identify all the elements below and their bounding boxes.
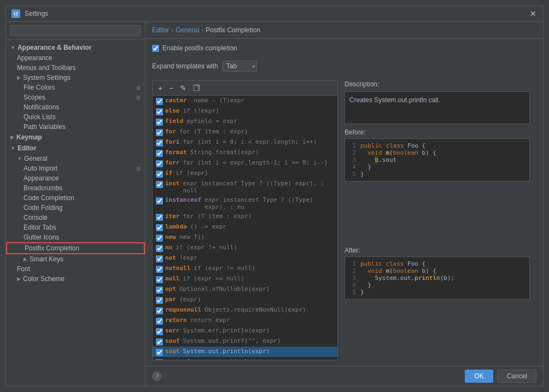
sidebar-item-notifications[interactable]: Notifications <box>6 102 145 112</box>
sidebar-item-quick-lists[interactable]: Quick Lists <box>6 112 145 122</box>
template-item-fori[interactable]: fori for (int i = 0; i < expr.length; i+… <box>153 137 337 148</box>
sidebar-item-breadcrumbs[interactable]: Breadcrumbs <box>6 183 145 193</box>
sidebar-item-scopes[interactable]: Scopes ⊞ <box>6 92 145 102</box>
template-checkbox-soutv[interactable] <box>156 359 163 360</box>
template-item-par[interactable]: par (expr) <box>153 295 337 305</box>
search-input[interactable] <box>10 25 141 36</box>
sidebar-item-smart-keys[interactable]: Smart Keys <box>6 254 145 264</box>
sidebar-item-general[interactable]: General <box>6 154 145 163</box>
template-checkbox-forr[interactable] <box>156 160 163 167</box>
template-item-format[interactable]: format String.format(expr) <box>153 148 337 158</box>
template-checkbox-lambda[interactable] <box>156 224 163 231</box>
template-item-return[interactable]: return return expr <box>153 315 337 326</box>
sidebar-item-console[interactable]: Console <box>6 213 145 223</box>
template-checkbox-souf[interactable] <box>156 338 163 346</box>
enable-label: Enable postfix completion <box>162 44 237 52</box>
template-item-inst[interactable]: inst expr instanceof Type ? ((Type) expr… <box>153 179 337 195</box>
sidebar-item-font[interactable]: Font <box>6 264 145 274</box>
template-item-forr[interactable]: forr for (int i = expr.length-1; i >= 0;… <box>153 158 337 168</box>
sidebar-item-code-folding[interactable]: Code Folding <box>6 203 145 213</box>
template-checkbox-iter[interactable] <box>156 214 163 221</box>
template-item-else[interactable]: else if (!expr) <box>153 106 337 116</box>
group-editor[interactable]: Editor <box>6 143 145 154</box>
sidebar-item-postfix-completion[interactable]: Postfix Completion <box>6 242 145 254</box>
template-checkbox-format[interactable] <box>156 150 163 157</box>
after-line-1: 1 public class Foo { <box>348 260 526 267</box>
template-checkbox-if[interactable] <box>156 171 163 178</box>
template-checkbox-instanceof[interactable] <box>156 197 163 204</box>
template-key-par: par <box>165 296 176 303</box>
sidebar-item-auto-import[interactable]: Auto Import ⊞ <box>6 163 145 173</box>
template-item-iter[interactable]: iter for (T item : expr) <box>153 212 337 222</box>
template-checkbox-inst[interactable] <box>156 181 163 188</box>
template-checkbox-return[interactable] <box>156 318 163 325</box>
template-item-notnull[interactable]: notnull if (expr != null) <box>153 264 337 274</box>
template-item-lambda[interactable]: lambda () -> expr <box>153 222 337 232</box>
sidebar-item-gutter-icons[interactable]: Gutter Icons <box>6 232 145 242</box>
breadcrumb-editor[interactable]: Editor <box>152 26 169 34</box>
template-checkbox-fori[interactable] <box>156 139 163 147</box>
group-label: Editor <box>17 144 37 152</box>
template-checkbox-new[interactable] <box>156 235 163 242</box>
template-item-nn[interactable]: nn if (expr != null) <box>153 243 337 253</box>
cancel-button[interactable]: Cancel <box>498 370 536 383</box>
template-item-souf[interactable]: souf System.out.printf("", expr) <box>153 336 337 347</box>
edit-button[interactable]: ✎ <box>178 83 189 93</box>
item-label: Appearance <box>17 54 52 62</box>
close-button[interactable]: ✕ <box>529 9 538 18</box>
sidebar-item-code-completion[interactable]: Code Completion <box>6 193 145 203</box>
copy-button[interactable]: ❐ <box>191 83 202 93</box>
group-appearance-behavior[interactable]: Appearance & Behavior <box>6 42 145 53</box>
sidebar-item-menus-toolbars[interactable]: Menus and Toolbars <box>6 63 145 73</box>
expand-row: Expand templates with Tab Space Enter ▾ <box>152 61 536 72</box>
item-label: Postfix Completion <box>25 244 79 252</box>
sidebar-item-system-settings[interactable]: System Settings <box>6 73 145 83</box>
sidebar-item-file-colors[interactable]: File Colors ⊞ <box>6 83 145 92</box>
sidebar-item-color-scheme[interactable]: Color Scheme <box>6 274 145 284</box>
template-item-sout[interactable]: sout System.out.println(expr) <box>153 347 337 357</box>
template-item-if[interactable]: if if (expr) <box>153 168 337 179</box>
template-checkbox-reqnonnull[interactable] <box>156 307 163 314</box>
triangle-icon <box>10 134 14 140</box>
template-checkbox-serr[interactable] <box>156 328 163 335</box>
template-checkbox-not[interactable] <box>156 255 163 262</box>
sidebar-item-editor-tabs[interactable]: Editor Tabs <box>6 223 145 232</box>
add-button[interactable]: + <box>156 83 165 93</box>
template-item-field[interactable]: field myField = expr <box>153 116 337 127</box>
template-checkbox-else[interactable] <box>156 108 163 115</box>
help-button[interactable]: ? <box>152 371 162 381</box>
template-checkbox-for[interactable] <box>156 129 163 136</box>
template-checkbox-caster[interactable] <box>156 98 163 105</box>
ok-button[interactable]: OK <box>465 370 493 383</box>
template-item-reqnonnull[interactable]: reqnonnull Objects.requireNonNull(expr) <box>153 305 337 315</box>
template-checkbox-sout[interactable] <box>156 349 163 356</box>
before-line-4: 4 } <box>348 163 526 171</box>
template-item-caster[interactable]: caster .name - (T)expr <box>153 96 337 106</box>
template-key-lambda: lambda <box>165 223 187 230</box>
template-checkbox-field[interactable] <box>156 119 163 126</box>
template-item-new[interactable]: new new T() <box>153 232 337 243</box>
template-checkbox-null[interactable] <box>156 276 163 283</box>
template-item-instanceof[interactable]: instanceof expr instanceof Type ? ((Type… <box>153 195 337 212</box>
template-item-not[interactable]: not !expr <box>153 253 337 264</box>
template-item-null[interactable]: null if (expr == null) <box>153 274 337 284</box>
template-item-opt[interactable]: opt Optional.ofNullable(expr) <box>153 284 337 295</box>
search-box <box>6 22 145 40</box>
sidebar-item-appearance[interactable]: Appearance <box>6 53 145 63</box>
enable-checkbox[interactable] <box>152 45 159 52</box>
template-desc-par: (expr) <box>179 296 201 303</box>
template-item-soutv[interactable]: soutv System.out.println(expr) <box>153 357 337 360</box>
template-checkbox-nn[interactable] <box>156 245 163 252</box>
after-section: After: 1 public class Foo { 2 void m(boo… <box>344 247 530 360</box>
sidebar-item-path-variables[interactable]: Path Variables <box>6 122 145 132</box>
sidebar-item-appearance-editor[interactable]: Appearance <box>6 173 145 183</box>
template-checkbox-opt[interactable] <box>156 286 163 294</box>
group-keymap[interactable]: Keymap <box>6 132 145 143</box>
breadcrumb-general[interactable]: General <box>176 26 199 34</box>
remove-button[interactable]: − <box>167 83 176 93</box>
template-checkbox-par[interactable] <box>156 297 163 304</box>
template-item-for[interactable]: for for (T item : expr) <box>153 127 337 137</box>
template-item-serr[interactable]: serr System.err.println(expr) <box>153 326 337 336</box>
template-checkbox-notnull[interactable] <box>156 266 163 273</box>
expand-dropdown[interactable]: Tab Space Enter <box>223 61 257 72</box>
